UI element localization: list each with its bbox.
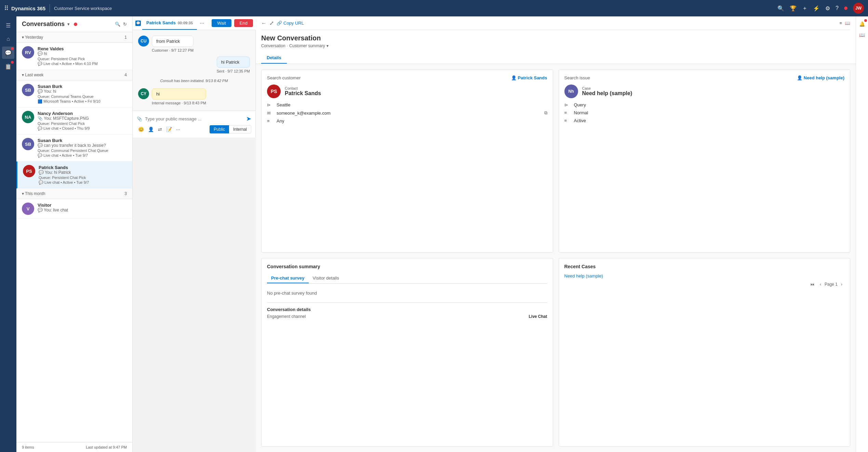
status-icon: ≡ (564, 118, 571, 123)
plus-icon[interactable]: ＋ (802, 5, 807, 12)
chat-tab-icon: 💬 (135, 21, 141, 26)
msg-text-internal: hi (156, 91, 160, 96)
send-icon[interactable]: ➤ (246, 115, 251, 122)
notes-icon[interactable]: 📝 (165, 125, 173, 133)
avatar-na: NA (22, 111, 34, 123)
chat-panel-wrapper: 💬 Patrick Sands 00:09:35 ··· Wait End (133, 16, 256, 452)
user-avatar[interactable]: JW (853, 3, 864, 14)
issue-card: Search issue 👤 Need help (sample) Nh Cas… (559, 69, 851, 253)
location-text: Seattle (277, 102, 290, 107)
page-first-btn[interactable]: ⏮ (808, 281, 816, 287)
conversations-footer: 9 items Last updated at 9:47 PM (16, 442, 132, 452)
sidebar-conversations-btn[interactable]: 💬 (2, 47, 14, 59)
conv-item-susan2[interactable]: SB Susan Burk 💬 can you transfer it back… (16, 134, 132, 162)
conversation-summary-card: Conversation summary Pre-chat survey Vis… (261, 258, 553, 447)
tab-more-icon[interactable]: ··· (198, 20, 205, 26)
conv-preview-patrick: 💬 You: hi Patrick (39, 170, 127, 175)
details-header: ← ⤢ 🔗 Copy URL ≡ 📖 New Conversation Conv… (256, 16, 856, 64)
page-prev-btn[interactable]: ‹ (818, 281, 823, 287)
right-sidebar-book-btn[interactable]: 📖 (857, 30, 867, 40)
waffle-icon[interactable]: ⠿ (4, 4, 9, 12)
msg-time-internal: Internal message · 9/13 8:43 PM (152, 101, 206, 105)
back-icon[interactable]: ← (261, 20, 267, 26)
avatar-v: V (22, 203, 34, 215)
conversations-search-icon[interactable]: 🔍 (115, 22, 120, 27)
email-copy-icon[interactable]: ⧉ (544, 110, 547, 116)
conv-name-susan1: Susan Burk (38, 84, 127, 89)
location-icon: ⊳ (267, 102, 274, 107)
sidebar-home-btn[interactable]: ⌂ (2, 33, 14, 45)
conv-queue-susan1: Queue: Communal Teams Queue (38, 94, 127, 99)
tab-contact-name: Patrick Sands (146, 20, 176, 25)
case-type-row: ⊳ Query (564, 102, 845, 107)
search-icon[interactable]: 🔍 (777, 5, 784, 12)
msg-bubble-customer: from Patrick Customer · 9/7 12:27 PM (152, 36, 193, 52)
breadcrumb-chevron[interactable]: ▾ (326, 43, 329, 48)
attachment-icon[interactable]: 📎 (137, 116, 142, 121)
book-icon[interactable]: 📖 (845, 21, 850, 26)
divider (267, 302, 547, 303)
end-button[interactable]: End (234, 19, 253, 27)
settings-icon[interactable]: ⚙ (825, 5, 830, 12)
list-view-icon[interactable]: ≡ (839, 21, 842, 26)
expand-icon[interactable]: ⤢ (269, 20, 274, 26)
conv-item-susan1[interactable]: SB Susan Burk 💬 You: hi Queue: Communal … (16, 80, 132, 107)
conv-item-patrick[interactable]: PS Patrick Sands 💬 You: hi Patrick Queue… (16, 162, 132, 189)
more-icon[interactable]: ··· (175, 125, 182, 133)
priority-text: Normal (574, 110, 588, 115)
sidebar-inbox-btn[interactable]: 📋 (2, 60, 14, 73)
internal-btn[interactable]: Internal (229, 125, 251, 133)
conv-item-nancy[interactable]: NA Nancy Anderson 📎 You: MSFTCapture.PNG… (16, 107, 132, 134)
breadcrumb-customer-summary: Customer summary (289, 43, 325, 48)
right-sidebar-notification-btn[interactable]: 🔔 (857, 19, 867, 29)
nav-right: 🔍 🏆 ＋ ⚡ ⚙ ? JW (777, 3, 864, 14)
conversations-dropdown-icon[interactable]: ▾ (67, 22, 70, 27)
tab-details[interactable]: Details (261, 52, 287, 64)
wait-button[interactable]: Wait (212, 19, 231, 27)
conv-preview-susan2: 💬 can you transfer it back to Jessie? (38, 143, 127, 148)
section-lastweek[interactable]: ▾ Last week 4 (16, 70, 132, 80)
page-next-btn[interactable]: › (839, 281, 844, 287)
emoji-icon[interactable]: 😊 (137, 125, 145, 133)
conv-item-rene[interactable]: RV Rene Valdes 💬 hi Queue: Persistent Ch… (16, 43, 132, 70)
recent-case-item-1[interactable]: Need help (sample) (564, 273, 845, 279)
section-thismonth-label: ▾ This month (22, 191, 45, 196)
help-icon[interactable]: ? (836, 5, 839, 11)
copy-url-btn[interactable]: 🔗 Copy URL (277, 21, 304, 26)
person-icon[interactable]: 👤 (147, 125, 155, 133)
conv-content-nancy: Nancy Anderson 📎 You: MSFTCapture.PNG Qu… (38, 111, 127, 131)
sidebar-menu-btn[interactable]: ☰ (2, 19, 14, 31)
transfer-icon[interactable]: ⇄ (157, 125, 163, 133)
customer-link[interactable]: 👤 Patrick Sands (511, 75, 547, 80)
case-info: Case Need help (sample) (582, 86, 632, 96)
case-name: Need help (sample) (582, 90, 632, 96)
last-updated: Last updated at 9:47 PM (86, 445, 127, 449)
email-text: someone_k@example.com (277, 111, 331, 116)
conv-item-visitor[interactable]: V Visitor 💬 You: live chat (16, 199, 132, 219)
msg-text-hi-patrick: hi Patrick (221, 60, 239, 65)
conversations-panel: Conversations ▾ 🔍 ↻ ▾ Yesterday 1 RV Ren (16, 16, 133, 452)
public-btn[interactable]: Public (210, 125, 229, 133)
filter-icon[interactable]: ⚡ (813, 5, 820, 12)
details-title-row: New Conversation Conversation · Customer… (261, 30, 850, 50)
page-title: New Conversation (261, 34, 850, 42)
tab-prechat[interactable]: Pre-chat survey (267, 273, 309, 283)
contact-name: Patrick Sands (285, 90, 321, 96)
section-yesterday[interactable]: ▾ Yesterday 1 (16, 32, 132, 43)
conversations-header-icons: 🔍 ↻ (115, 22, 127, 27)
search-customer-label: Search customer (267, 75, 301, 80)
trophy-icon[interactable]: 🏆 (790, 5, 797, 12)
tab-patrick-sands[interactable]: Patrick Sands 00:09:35 (142, 16, 197, 30)
issue-link[interactable]: 👤 Need help (sample) (797, 75, 844, 80)
right-sidebar: 🔔 📖 (856, 16, 868, 452)
tab-timer: 00:09:35 (178, 21, 193, 25)
chat-message-input[interactable] (145, 116, 243, 121)
detail-email: ✉ someone_k@example.com ⧉ (267, 110, 547, 116)
detail-location: ⊳ Seattle (267, 102, 547, 107)
section-thismonth[interactable]: ▾ This month 3 (16, 189, 132, 199)
recent-cases-card: Recent Cases Need help (sample) ⏮ ‹ Page… (559, 258, 851, 447)
engagement-channel-value: Live Chat (529, 314, 547, 319)
avatar-sb1: SB (22, 84, 34, 96)
conversations-refresh-icon[interactable]: ↻ (123, 22, 127, 27)
tab-visitor[interactable]: Visitor details (309, 273, 343, 283)
